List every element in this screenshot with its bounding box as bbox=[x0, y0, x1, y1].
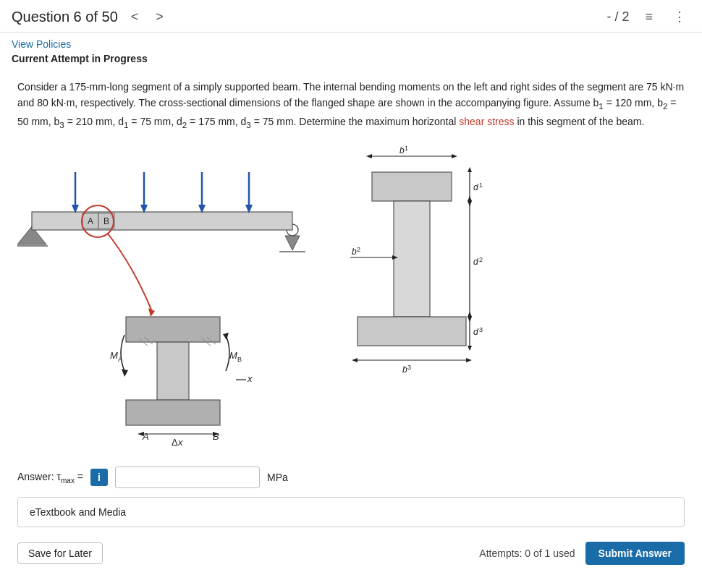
footer-right: Attempts: 0 of 1 used Submit Answer bbox=[479, 542, 685, 565]
footer-row: Save for Later Attempts: 0 of 1 used Sub… bbox=[17, 536, 685, 565]
sub-header: View Policies Current Attempt in Progres… bbox=[0, 33, 702, 72]
svg-text:1: 1 bbox=[405, 145, 408, 152]
header-right: - / 2 ≡ ⋮ bbox=[606, 7, 690, 26]
answer-label: Answer: τmax = bbox=[17, 471, 83, 485]
svg-text:x: x bbox=[177, 437, 183, 448]
etextbook-row: eTextbook and Media bbox=[17, 497, 685, 527]
svg-text:d: d bbox=[473, 257, 478, 267]
svg-text:3: 3 bbox=[479, 326, 483, 333]
answer-input[interactable] bbox=[115, 466, 260, 488]
question-label: Question 6 of 50 bbox=[12, 9, 118, 25]
svg-marker-30 bbox=[223, 333, 229, 340]
submit-button[interactable]: Submit Answer bbox=[585, 542, 685, 565]
svg-rect-20 bbox=[126, 317, 220, 342]
svg-text:1: 1 bbox=[479, 182, 483, 189]
svg-marker-65 bbox=[468, 312, 472, 317]
view-policies-link[interactable]: View Policies bbox=[12, 38, 71, 50]
right-svg: b 1 d 1 b 2 d 2 bbox=[350, 143, 517, 447]
svg-marker-19 bbox=[148, 308, 155, 317]
svg-text:b: b bbox=[352, 247, 357, 257]
svg-text:x: x bbox=[247, 373, 253, 384]
svg-rect-21 bbox=[157, 342, 189, 400]
svg-marker-60 bbox=[468, 196, 472, 201]
more-icon-button[interactable]: ⋮ bbox=[669, 7, 690, 26]
svg-text:B: B bbox=[237, 356, 242, 363]
svg-text:d: d bbox=[473, 182, 478, 192]
svg-text:Δ: Δ bbox=[172, 437, 178, 448]
attempts-label: Attempts: 0 of 1 used bbox=[479, 547, 575, 559]
header-left: Question 6 of 50 < > bbox=[12, 8, 168, 26]
next-button[interactable]: > bbox=[151, 8, 168, 26]
svg-text:2: 2 bbox=[479, 256, 483, 263]
svg-rect-44 bbox=[358, 317, 466, 346]
svg-marker-3 bbox=[285, 236, 300, 250]
svg-rect-22 bbox=[126, 400, 220, 425]
svg-text:2: 2 bbox=[357, 246, 360, 253]
svg-text:A: A bbox=[88, 216, 93, 226]
answer-row: Answer: τmax = i MPa bbox=[17, 466, 685, 488]
problem-text: Consider a 175-mm-long segment of a simp… bbox=[17, 79, 685, 132]
prev-button[interactable]: < bbox=[127, 8, 143, 26]
svg-text:d: d bbox=[473, 327, 478, 337]
save-later-button[interactable]: Save for Later bbox=[17, 542, 103, 564]
svg-marker-66 bbox=[468, 346, 472, 351]
svg-rect-5 bbox=[32, 212, 292, 230]
unit-label: MPa bbox=[267, 472, 288, 483]
svg-marker-71 bbox=[466, 358, 472, 362]
score-label: - / 2 bbox=[606, 9, 629, 25]
svg-text:3: 3 bbox=[407, 364, 411, 371]
svg-text:M: M bbox=[110, 350, 118, 361]
info-button[interactable]: i bbox=[90, 469, 108, 486]
list-icon-button[interactable]: ≡ bbox=[640, 8, 657, 26]
svg-text:b: b bbox=[402, 365, 407, 375]
left-svg: A B M A bbox=[17, 143, 321, 447]
svg-rect-43 bbox=[394, 201, 430, 317]
svg-marker-47 bbox=[452, 154, 457, 158]
header: Question 6 of 50 < > - / 2 ≡ ⋮ bbox=[0, 0, 702, 33]
content: Consider a 175-mm-long segment of a simp… bbox=[0, 72, 702, 572]
diagram-area: A B M A bbox=[17, 143, 685, 449]
left-diagram: A B M A bbox=[17, 143, 321, 449]
svg-marker-51 bbox=[468, 167, 472, 172]
svg-rect-42 bbox=[372, 172, 452, 201]
svg-text:M: M bbox=[229, 350, 237, 361]
svg-marker-38 bbox=[138, 432, 144, 436]
svg-marker-46 bbox=[366, 154, 372, 158]
svg-marker-70 bbox=[352, 358, 358, 362]
and-text: and bbox=[79, 506, 96, 518]
svg-text:B: B bbox=[103, 216, 109, 226]
attempt-status: Current Attempt in Progress bbox=[12, 53, 690, 70]
svg-text:b: b bbox=[399, 145, 405, 155]
right-diagram: b 1 d 1 b 2 d 2 bbox=[350, 143, 517, 449]
svg-marker-25 bbox=[122, 369, 128, 377]
